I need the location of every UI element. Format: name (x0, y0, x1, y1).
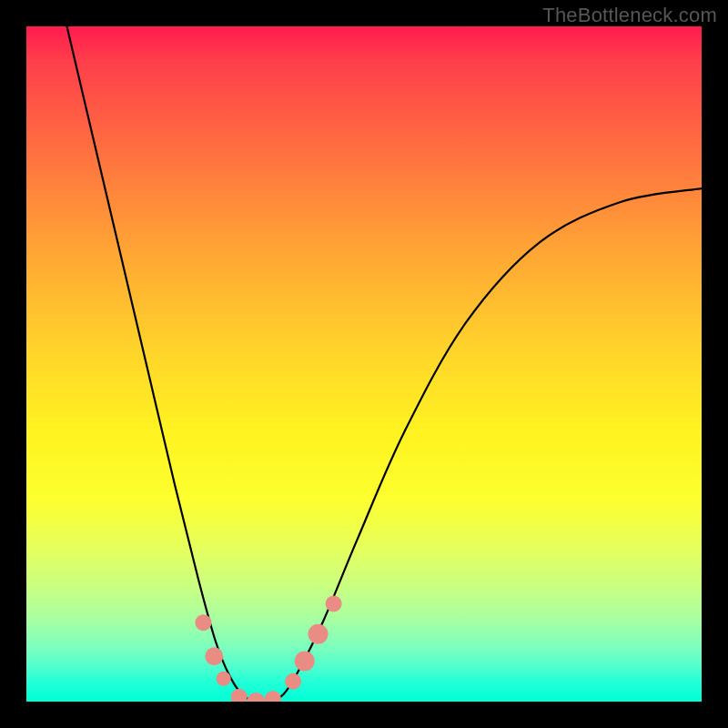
plot-area (26, 26, 702, 702)
right-dot-2 (295, 651, 315, 671)
left-dot-1 (195, 614, 211, 631)
right-dot-1 (285, 673, 301, 690)
floor-3 (265, 691, 281, 702)
watermark-text: TheBottleneck.com (542, 4, 717, 27)
bottleneck-curve (67, 26, 702, 702)
right-dot-4 (326, 595, 342, 612)
chart-frame: TheBottleneck.com (0, 0, 728, 728)
data-markers (195, 595, 341, 702)
left-dot-2 (205, 647, 223, 665)
floor-1 (231, 689, 248, 702)
left-dot-3 (217, 672, 231, 686)
right-dot-3 (308, 624, 329, 644)
chart-svg (26, 26, 702, 702)
floor-2 (247, 693, 265, 702)
